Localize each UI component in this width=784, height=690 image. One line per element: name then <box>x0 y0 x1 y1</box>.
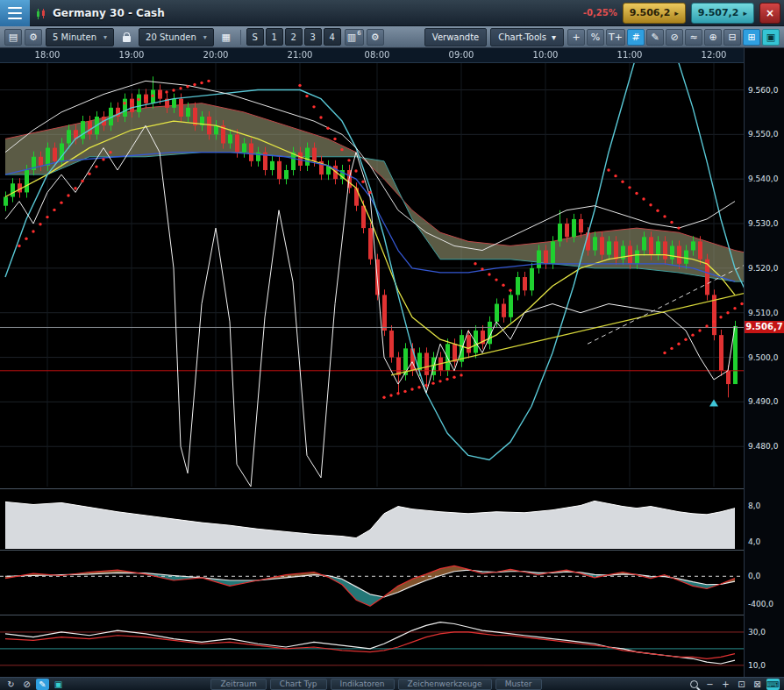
time-tick-label: 10:00 <box>531 50 559 60</box>
panel-tick-label: 0,0 <box>748 572 760 580</box>
period-button-3[interactable]: 3 <box>304 28 322 46</box>
badge-count: 6 <box>357 30 360 37</box>
lock-icon[interactable] <box>118 29 135 46</box>
keyboard-icon[interactable]: ⌨ <box>766 679 780 690</box>
chevron-down-icon: ▾ <box>203 33 207 41</box>
price-tick-label: 9.500,0 <box>748 353 778 362</box>
time-tick-label: 08:00 <box>363 50 391 60</box>
chart-area: 9.560,09.550,09.540,09.530,09.520,09.510… <box>0 48 784 677</box>
menu-button[interactable] <box>0 0 30 26</box>
panel-tick-label: 30,0 <box>748 628 766 637</box>
window-title: Germany 30 - Cash <box>53 7 165 19</box>
period-button-1[interactable]: 1 <box>266 28 283 46</box>
current-price-label: 9.506,7 <box>745 321 784 333</box>
price-tick-label: 9.560,0 <box>748 86 778 95</box>
bottom-button-indikatoren[interactable]: Indikatoren <box>331 679 395 690</box>
price-chart-canvas[interactable] <box>0 48 744 677</box>
price-tick-label: 9.550,0 <box>748 130 778 139</box>
bottom-button-muster[interactable]: Muster <box>495 679 542 690</box>
panel-tick-label: 8,0 <box>748 501 760 510</box>
verwandte-button[interactable]: Verwandte <box>424 28 487 46</box>
sell-price-button[interactable]: 9.506,2 ▸ <box>623 3 686 24</box>
period-button-2[interactable]: 2 <box>285 28 303 46</box>
layers-icon[interactable]: ▣ <box>52 679 65 690</box>
eraser-icon[interactable]: ⊘ <box>666 29 683 46</box>
bar-style-icon[interactable]: ▥6 <box>345 29 364 46</box>
split-view-icon[interactable]: ⊟ <box>723 29 741 46</box>
draw-tool-icon[interactable]: ✎ <box>646 29 664 46</box>
zoom-icon[interactable] <box>688 679 701 690</box>
chart-settings-icon[interactable]: ⚙ <box>367 29 384 46</box>
snapshot-icon[interactable]: ▣ <box>762 29 780 46</box>
trading-chart-window: Germany 30 - Cash -0,25% 9.506,2 ▸ 9.507… <box>0 0 784 690</box>
sell-arrow-icon: ▸ <box>674 9 679 18</box>
bottom-button-chart-typ[interactable]: Chart Typ <box>270 679 327 690</box>
price-tick-label: 9.510,0 <box>748 309 778 317</box>
timeframe-select[interactable]: 5 Minuten ▾ <box>46 28 114 46</box>
chart-tools-label: Chart-Tools <box>498 32 546 42</box>
verwandte-label: Verwandte <box>432 32 479 42</box>
price-tick-label: 9.540,0 <box>748 174 778 183</box>
buy-price-value: 9.507,2 <box>698 7 739 18</box>
time-tick-label: 20:00 <box>202 50 230 60</box>
timeframe-value: 5 Minuten <box>53 32 96 42</box>
crosshair-icon[interactable]: + <box>567 29 585 46</box>
select-area-icon[interactable]: ⊠ <box>751 679 764 690</box>
draw-pencil-icon[interactable]: ✎ <box>36 679 49 690</box>
percent-scale-icon[interactable]: % <box>587 29 604 46</box>
bottom-toolbar: ↻⊘✎▣ ZeitraumChart TypIndikatorenZeichen… <box>0 677 784 690</box>
bottom-button-zeitraum[interactable]: Zeitraum <box>210 679 266 690</box>
panel-tick-label: 4,0 <box>748 537 760 546</box>
new-window-icon[interactable]: ⊞ <box>743 29 760 46</box>
range-value: 20 Stunden <box>146 32 196 42</box>
time-tick-label: 11:00 <box>616 50 644 60</box>
time-tick-label: 21:00 <box>286 50 314 60</box>
sell-price-value: 9.506,2 <box>630 7 671 18</box>
time-tick-label: 18:00 <box>33 50 61 60</box>
time-tick-label: 19:00 <box>118 50 146 60</box>
time-tick-label: 12:00 <box>700 50 728 60</box>
price-tick-label: 9.530,0 <box>748 219 778 228</box>
grid-toggle-icon[interactable]: # <box>627 29 645 46</box>
zoom-out-icon[interactable]: − <box>703 679 716 690</box>
chart-toolbar: ▤⚙ 5 Minuten ▾ 20 Stunden ▾ ▦ S1234 ▥6⚙ … <box>0 26 784 48</box>
indicator-icon[interactable]: ≈ <box>685 29 702 46</box>
settings-gear-icon[interactable]: ⚙ <box>25 29 42 46</box>
disable-drawings-icon[interactable]: ⊘ <box>20 679 33 690</box>
price-tick-label: 9.480,0 <box>748 442 778 451</box>
refresh-icon[interactable]: ↻ <box>4 679 18 690</box>
instrument-chart-icon <box>35 7 47 19</box>
price-axis[interactable]: 9.560,09.550,09.540,09.530,09.520,09.510… <box>744 48 784 677</box>
title-bar: Germany 30 - Cash -0,25% 9.506,2 ▸ 9.507… <box>0 0 784 26</box>
price-tick-label: 9.520,0 <box>748 264 778 273</box>
period-button-s[interactable]: S <box>246 28 264 46</box>
time-tick-label: 09:00 <box>447 50 475 60</box>
zoom-in-icon[interactable]: + <box>719 679 732 690</box>
calendar-icon[interactable]: ▦ <box>217 29 235 46</box>
chart-tools-select[interactable]: Chart-Tools ▾ <box>490 28 564 46</box>
chevron-down-icon: ▾ <box>552 32 556 42</box>
price-tick-label: 9.490,0 <box>748 397 778 406</box>
close-button[interactable]: × <box>759 3 780 24</box>
compare-icon[interactable]: ⊕ <box>704 29 722 46</box>
panel-tick-label: 10,0 <box>748 661 766 670</box>
period-button-4[interactable]: 4 <box>324 28 341 46</box>
panel-tick-label: -400,0 <box>748 600 773 608</box>
chevron-down-icon: ▾ <box>103 33 107 41</box>
fit-chart-icon[interactable]: ⊡ <box>735 679 748 690</box>
change-percent: -0,25% <box>583 8 617 18</box>
panels-icon[interactable]: ▤ <box>4 29 22 46</box>
text-tool-icon[interactable]: T+ <box>606 29 625 46</box>
toolbar-separator <box>240 30 241 45</box>
buy-price-button[interactable]: 9.507,2 ▸ <box>691 3 754 24</box>
bottom-button-zeichenwerkzeuge[interactable]: Zeichenwerkzeuge <box>398 679 492 690</box>
buy-arrow-icon: ▸ <box>743 9 747 18</box>
range-select[interactable]: 20 Stunden ▾ <box>139 28 214 46</box>
